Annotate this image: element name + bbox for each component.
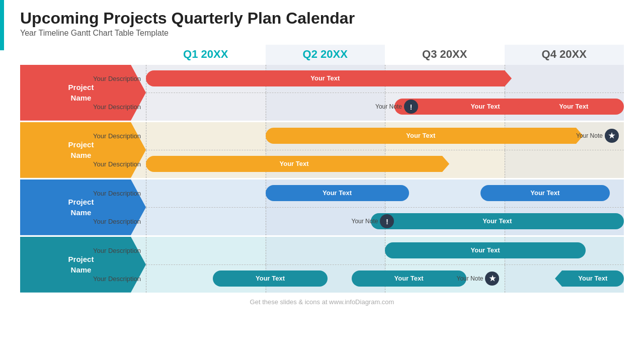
cell-q2-p1-0 bbox=[266, 65, 385, 93]
cell-q4-p1-1 bbox=[505, 93, 624, 121]
cell-q3-p3-1 bbox=[385, 208, 505, 235]
gantt-row-p2-1: Your DescriptionYour Text bbox=[146, 150, 624, 178]
cell-q4-p4-0 bbox=[505, 237, 624, 264]
quarter-q3: Q3 20XX bbox=[385, 45, 505, 65]
cell-q4-p1-0 bbox=[505, 65, 624, 93]
cell-q3-p2-1 bbox=[385, 150, 505, 178]
cell-q4-p4-1 bbox=[505, 265, 624, 293]
gantt-row-p3-0: Your DescriptionYour TextYour Text bbox=[146, 179, 624, 208]
project-label-p3: Project Name bbox=[20, 179, 146, 235]
cell-q4-p3-1 bbox=[505, 208, 624, 235]
cell-q2-p3-0 bbox=[266, 179, 385, 207]
quarter-q1: Q1 20XX bbox=[146, 45, 266, 65]
cell-q3-p1-0 bbox=[385, 65, 505, 93]
cell-q1-p3-1 bbox=[146, 208, 266, 235]
cell-q4-p2-1 bbox=[505, 150, 624, 178]
cell-q3-p4-0 bbox=[385, 237, 505, 264]
project-label-p2: Project Name bbox=[20, 122, 146, 178]
project-section-p3: Project NameYour DescriptionYour TextYou… bbox=[20, 179, 624, 237]
cell-q2-p2-1 bbox=[266, 150, 385, 178]
cell-q2-p3-1 bbox=[266, 208, 385, 235]
cell-q1-p1-0 bbox=[146, 65, 266, 93]
gantt-row-p1-0: Your DescriptionYour Text bbox=[146, 65, 624, 93]
accent-bar bbox=[0, 0, 4, 50]
cell-q3-p3-0 bbox=[385, 179, 505, 207]
cell-q3-p4-1 bbox=[385, 265, 505, 293]
cell-q4-p2-0 bbox=[505, 122, 624, 150]
footer: Get these slides & icons at www.infoDiag… bbox=[15, 298, 629, 306]
cell-q1-p2-1 bbox=[146, 150, 266, 178]
cell-q1-p4-1 bbox=[146, 265, 266, 293]
gantt-row-p4-0: Your DescriptionYour Text bbox=[146, 237, 624, 265]
gantt-row-p4-1: Your DescriptionYour TextYour TextYour T… bbox=[146, 265, 624, 293]
cell-q2-p4-1 bbox=[266, 265, 385, 293]
project-label-p4: Project Name bbox=[20, 237, 146, 293]
cell-q1-p1-1 bbox=[146, 93, 266, 121]
cell-q1-p3-0 bbox=[146, 179, 266, 207]
project-section-p4: Project NameYour DescriptionYour TextYou… bbox=[20, 237, 624, 294]
cell-q2-p4-0 bbox=[266, 237, 385, 264]
quarter-q4: Q4 20XX bbox=[505, 45, 624, 65]
page-title: Upcoming Projects Quarterly Plan Calenda… bbox=[20, 9, 629, 28]
header: Upcoming Projects Quarterly Plan Calenda… bbox=[20, 9, 629, 38]
cell-q2-p1-1 bbox=[266, 93, 385, 121]
cell-q3-p2-0 bbox=[385, 122, 505, 150]
cell-q2-p2-0 bbox=[266, 122, 385, 150]
page-container: Upcoming Projects Quarterly Plan Calenda… bbox=[0, 0, 644, 362]
cell-q1-p2-0 bbox=[146, 122, 266, 150]
gantt-row-p2-0: Your DescriptionYour TextYour Note★ bbox=[146, 122, 624, 150]
gantt-chart: Project NameYour DescriptionYour TextYou… bbox=[20, 65, 624, 294]
project-label-p1: Project Name bbox=[20, 65, 146, 121]
gantt-row-p3-1: Your DescriptionYour Text!Your Note bbox=[146, 208, 624, 235]
project-section-p2: Project NameYour DescriptionYour TextYou… bbox=[20, 122, 624, 179]
page-subtitle: Year Timeline Gantt Chart Table Template bbox=[20, 29, 629, 38]
cell-q3-p1-1 bbox=[385, 93, 505, 121]
quarter-q2: Q2 20XX bbox=[266, 45, 385, 65]
project-section-p1: Project NameYour DescriptionYour TextYou… bbox=[20, 65, 624, 122]
gantt-row-p1-1: Your DescriptionYour TextYour Text!Your … bbox=[146, 93, 624, 121]
cell-q4-p3-0 bbox=[505, 179, 624, 207]
cell-q1-p4-0 bbox=[146, 237, 266, 264]
